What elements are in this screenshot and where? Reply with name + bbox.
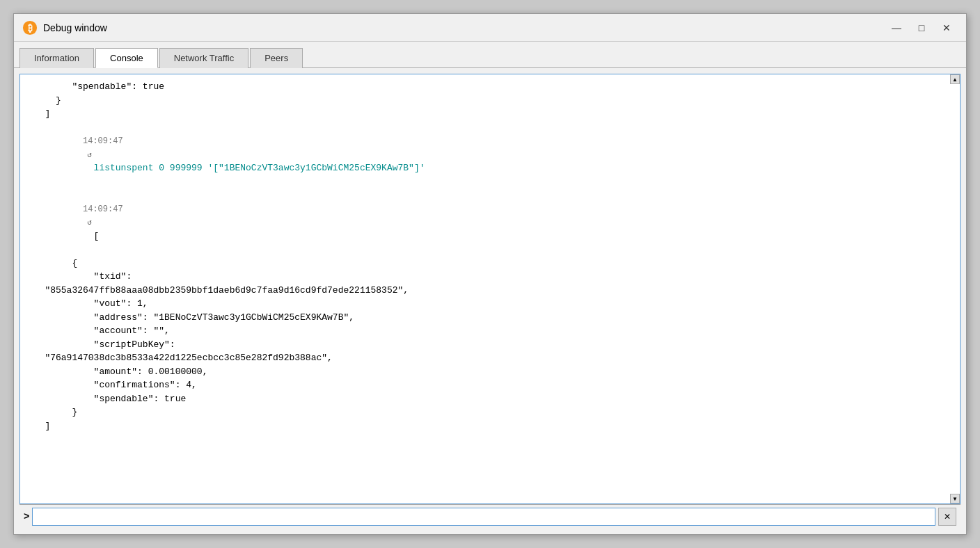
console-output[interactable]: "spendable": true } ] 14:09:47 ↺ listuns… (20, 74, 960, 503)
close-button[interactable]: ✕ (935, 18, 958, 38)
command-input[interactable] (32, 508, 935, 526)
refresh-icon: ↺ (83, 150, 97, 161)
list-item: 14:09:47 ↺ [ (26, 188, 960, 257)
clear-button[interactable]: ✕ (938, 508, 956, 526)
list-item: "855a32647ffb88aaa08dbb2359bbf1daeb6d9c7… (26, 284, 960, 298)
list-item: ] (26, 107, 960, 121)
scroll-up-button[interactable]: ▲ (950, 74, 960, 84)
list-item: "vout": 1, (26, 297, 960, 311)
list-item: { (26, 257, 960, 271)
tab-network-traffic[interactable]: Network Traffic (159, 48, 248, 68)
main-content: "spendable": true } ] 14:09:47 ↺ listuns… (14, 68, 966, 534)
list-item: "scriptPubKey": (26, 338, 960, 352)
tab-information[interactable]: Information (19, 48, 94, 68)
list-item: "txid": (26, 270, 960, 284)
maximize-button[interactable]: □ (910, 18, 933, 38)
svg-text:₿: ₿ (28, 22, 33, 33)
input-bar: > ✕ (19, 504, 961, 529)
list-item: "spendable": true (26, 80, 960, 94)
list-item: "76a9147038dc3b8533a422d1225ecbcc3c85e28… (26, 351, 960, 365)
scroll-down-button[interactable]: ▼ (950, 494, 960, 503)
list-item: "account": "", (26, 324, 960, 338)
list-item: } (26, 94, 960, 108)
list-item: } (26, 405, 960, 419)
list-item: "confirmations": 4, (26, 378, 960, 392)
refresh-icon-2: ↺ (83, 217, 97, 229)
bitcoin-icon: ₿ (22, 20, 38, 35)
list-item: ] (26, 419, 960, 433)
console-area: "spendable": true } ] 14:09:47 ↺ listuns… (19, 74, 961, 504)
window-title: Debug window (43, 22, 885, 33)
debug-window: ₿ Debug window — □ ✕ Information Console… (13, 13, 967, 535)
clear-icon: ✕ (944, 512, 951, 522)
tab-peers[interactable]: Peers (250, 48, 303, 68)
title-bar: ₿ Debug window — □ ✕ (14, 14, 966, 42)
list-item: "spendable": true (26, 392, 960, 406)
minimize-button[interactable]: — (885, 18, 908, 38)
prompt-symbol: > (24, 511, 29, 522)
list-item: "amount": 0.00100000, (26, 365, 960, 379)
list-item: 14:09:47 ↺ listunspent 0 999999 '["1BENo… (26, 121, 960, 189)
window-controls: — □ ✕ (885, 18, 958, 38)
list-item: "address": "1BENoCzVT3awc3y1GCbWiCM25cEX… (26, 311, 960, 325)
tab-bar: Information Console Network Traffic Peer… (14, 42, 966, 68)
tab-console[interactable]: Console (95, 48, 158, 68)
